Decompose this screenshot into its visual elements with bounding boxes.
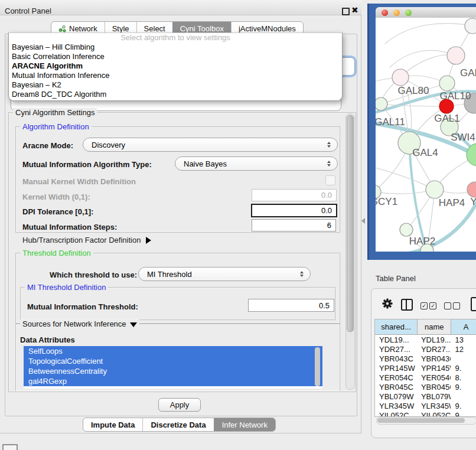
network-node[interactable]: [467, 144, 476, 166]
table-cell: YDR27...: [375, 344, 417, 354]
hub-definition-label: Hub/Transcription Factor Definition: [22, 236, 141, 244]
network-edge[interactable]: [381, 104, 446, 106]
data-attributes-list[interactable]: SelfLoopsTopologicalCoefficientBetweenne…: [24, 346, 322, 389]
column-header-shared[interactable]: shared...: [375, 319, 418, 334]
table-cell: 8.: [451, 373, 476, 382]
kernel-width-field[interactable]: 0.0: [252, 189, 337, 201]
table-cell: 12: [451, 344, 476, 354]
attributes-scrollbar-thumb[interactable]: [315, 347, 320, 386]
bottom-tab-strip: Impute DataDiscretize DataInfer Network: [83, 418, 276, 432]
attribute-item-topologicalcoefficient[interactable]: TopologicalCoefficient: [24, 356, 322, 366]
settings-scrollbar-thumb[interactable]: [347, 115, 354, 332]
collapsed-arrow-icon: [146, 237, 151, 244]
unchecked-checkbox-icon[interactable]: [444, 302, 451, 309]
network-edge[interactable]: [376, 167, 435, 190]
expanded-arrow-icon: [130, 322, 137, 327]
table-row[interactable]: YBL079WYBL079W: [375, 392, 476, 401]
close-traffic-light-icon[interactable]: [382, 9, 388, 16]
algorithm-option-dream8-dc-tdc-algorithm[interactable]: Dream8 DC_TDC Algorithm: [9, 90, 342, 99]
mi-type-select[interactable]: Naive Bayes: [175, 156, 338, 171]
split-view-icon[interactable]: [401, 299, 413, 311]
network-node[interactable]: [467, 182, 476, 197]
node-label-gcy1: GCY1: [376, 196, 397, 207]
table-cell: YIL052C: [417, 410, 451, 417]
table-cell: YBR043C: [375, 354, 417, 363]
table-row[interactable]: YBR045CYBR045C9.: [375, 382, 476, 392]
network-node[interactable]: [465, 18, 476, 34]
table-cell: YBR045C: [375, 382, 417, 392]
table-cell: 9.: [451, 401, 476, 410]
checked-checkbox-icon[interactable]: ✓: [429, 302, 436, 309]
manual-kernel-label: Manual Kernel Width Definition: [22, 177, 136, 186]
apply-button[interactable]: Apply: [158, 398, 201, 412]
gear-icon[interactable]: [382, 298, 393, 309]
algorithm-option-aracne-algorithm[interactable]: ARACNE Algorithm: [9, 61, 342, 71]
network-graph: GALGAL80GAL10GAL1GAL11SWI4GAL4GCY1HAP4YH…: [376, 18, 476, 252]
manual-kernel-checkbox[interactable]: [325, 175, 335, 185]
sources-title[interactable]: Sources for Network Inference: [20, 319, 139, 328]
kernel-width-label: Kernel Width (0,1):: [22, 193, 90, 201]
attribute-item-betweennesscentrality[interactable]: BetweennessCentrality: [24, 366, 322, 376]
network-edge[interactable]: [385, 24, 472, 44]
checked-checkbox-icon[interactable]: ✓: [420, 302, 428, 309]
dpi-tolerance-field[interactable]: 0.0: [251, 204, 337, 217]
which-threshold-select[interactable]: MI Threshold: [138, 267, 311, 281]
algorithm-option-mutual-information-inference[interactable]: Mutual Information Inference: [9, 71, 342, 80]
table-row[interactable]: YIL052CYIL052C9: [375, 410, 476, 417]
network-node[interactable]: [447, 47, 465, 64]
float-window-icon[interactable]: [342, 8, 350, 15]
mi-threshold-label: Mutual Information Threshold:: [27, 302, 138, 311]
hub-definition-expander[interactable]: Hub/Transcription Factor Definition: [22, 236, 151, 244]
minimized-panel-icon[interactable]: [2, 444, 18, 450]
table-row[interactable]: YDL19...YDL19...13: [375, 335, 476, 344]
table-row[interactable]: YPR145WYPR145W9.: [375, 363, 476, 373]
node-label-gal11: GAL11: [376, 116, 405, 128]
node-label-gal: GAL: [460, 67, 476, 79]
table-row[interactable]: YER054CYER054C8.: [375, 373, 476, 382]
table-row[interactable]: YDR27...YDR27...12: [375, 344, 476, 354]
table-cell: YBR045C: [417, 382, 451, 392]
network-window-titlebar[interactable]: [376, 7, 476, 18]
unchecked-checkbox-icon[interactable]: [453, 302, 460, 309]
algorithm-dropdown-items: Bayesian – Hill ClimbingBasic Correlatio…: [9, 43, 342, 99]
panel-divider-handle[interactable]: [361, 218, 365, 224]
network-node[interactable]: [376, 97, 387, 110]
zoom-traffic-light-icon[interactable]: [405, 9, 412, 16]
node-table[interactable]: shared...nameA YDL19...YDL19...13YDR27..…: [374, 319, 476, 417]
aracne-mode-select[interactable]: Discovery: [83, 138, 338, 152]
bottom-tab-infer-network[interactable]: Infer Network: [214, 418, 275, 431]
column-header-name[interactable]: name: [418, 319, 451, 334]
network-node[interactable]: [426, 181, 444, 198]
node-label-hap2: HAP2: [409, 236, 435, 247]
attribute-item-gal4rgexp[interactable]: gal4RGexp: [24, 376, 322, 386]
node-label-gal10: GAL10: [440, 90, 471, 102]
document-icon[interactable]: [471, 297, 476, 311]
network-canvas[interactable]: GALGAL80GAL10GAL1GAL11SWI4GAL4GCY1HAP4YH…: [376, 18, 476, 252]
table-cell: 9.: [451, 382, 476, 392]
table-cell: 9: [451, 410, 476, 417]
network-edge[interactable]: [390, 50, 456, 67]
algorithm-option-bayesian-k2[interactable]: Bayesian – K2: [9, 80, 342, 90]
network-node[interactable]: [400, 223, 413, 236]
mi-threshold-field[interactable]: 0.5: [248, 299, 334, 312]
aracne-mode-value: Discovery: [92, 141, 125, 149]
table-row[interactable]: YLR345WYLR345W9.: [375, 401, 476, 410]
table-hscrollbar-thumb[interactable]: [377, 418, 465, 423]
tab-label: Network: [69, 24, 97, 33]
close-icon[interactable]: ✖: [351, 5, 358, 15]
network-node[interactable]: [392, 69, 409, 86]
which-threshold-value: MI Threshold: [147, 270, 192, 279]
algorithm-dropdown-prompt: Select algorithm to view settings: [9, 33, 342, 43]
table-row[interactable]: YBR043CYBR043C: [375, 354, 476, 363]
algorithm-option-bayesian-hill-climbing[interactable]: Bayesian – Hill Climbing: [9, 43, 342, 52]
attribute-item-selfloops[interactable]: SelfLoops: [24, 346, 322, 356]
bottom-tab-discretize-data[interactable]: Discretize Data: [142, 418, 213, 431]
algorithm-option-basic-correlation-inference[interactable]: Basic Correlation Inference: [9, 52, 342, 61]
minimize-traffic-light-icon[interactable]: [393, 9, 400, 16]
network-node[interactable]: [439, 76, 455, 91]
column-header-a[interactable]: A: [451, 319, 476, 334]
bottom-tab-impute-data[interactable]: Impute Data: [83, 418, 142, 431]
table-cell: 13: [451, 335, 476, 344]
mi-threshold-title: MI Threshold Definition: [25, 283, 108, 292]
mi-steps-field[interactable]: 6: [252, 219, 336, 231]
